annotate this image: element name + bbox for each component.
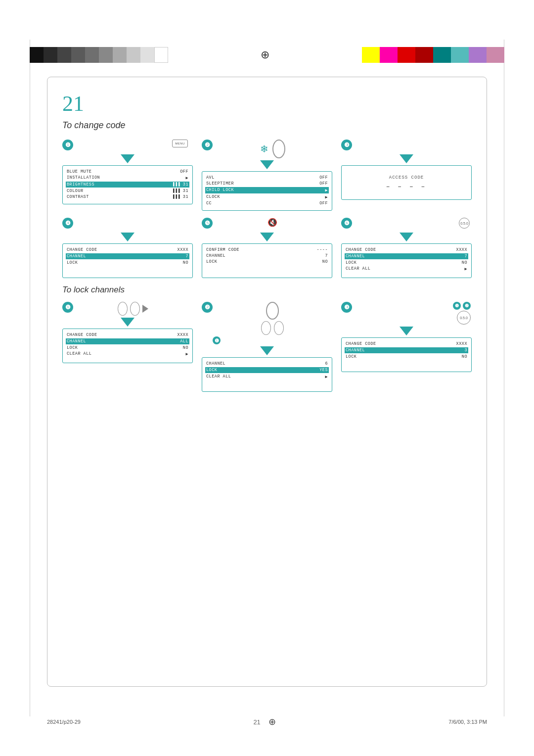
tv-box-3: ACCESS CODE – – – – [341, 165, 472, 200]
remote-oval-lock-1b [130, 302, 140, 316]
remote-oval-2 [272, 140, 285, 158]
step-2: ❷ ❄ AVLOFF SLEEPTIMEROFF CHILD LOCK▶ CLO… [202, 140, 332, 211]
arrow-down-5 [260, 233, 274, 241]
tv-box-1: BLUE MUTEOFF INSTALLATION▶ BRIGHTNESS▐▐▐… [62, 165, 193, 204]
lock-step-2: ❷ ❶ CHANNEL6 LOCKYES CLEAR ALL▶ [202, 302, 332, 392]
step-1: ❶ MENU BLUE MUTEOFF INSTALLATION▶ BRIGHT… [62, 140, 193, 211]
lock-sub-step-1b: ❶ [453, 302, 461, 310]
snowflake-icon: ❄ [260, 143, 268, 155]
menu-button-icon: MENU [172, 140, 188, 147]
crosshair-top-center: ⊕ [261, 48, 269, 61]
arrow-down-6 [400, 233, 413, 241]
remote-oval-lock-2b [261, 321, 271, 335]
arrow-down-3 [400, 154, 413, 163]
num-btn-050: 0.5.0 [459, 218, 470, 229]
tv-box-lock-2: CHANNEL6 LOCKYES CLEAR ALL▶ [202, 357, 332, 392]
access-dashes: – – – – [386, 183, 427, 190]
tv-box-2: AVLOFF SLEEPTIMEROFF CHILD LOCK▶ CLOCK▶ … [202, 171, 332, 211]
remote-oval-lock-2c [274, 321, 284, 335]
color-bars-top: ⊕ [0, 47, 534, 63]
margin-line-left [30, 40, 30, 716]
step-num-4: ❹ [62, 218, 73, 229]
arrow-down-2 [260, 160, 274, 169]
steps-row-2: ❹ CHANGE CODEXXXX CHANNEL7 LOCKNO ❺ 🔇 CO… [62, 218, 472, 278]
footer-left: 28241/p20-29 [47, 719, 81, 725]
grayscale-bars [30, 47, 168, 63]
tv-box-lock-1: CHANGE CODEXXXX CHANNELALL LOCKNO CLEAR … [62, 329, 193, 363]
step-5: ❺ 🔇 CONFIRM CODE---- CHANNEL7 LOCKNO [202, 218, 332, 278]
lock-step-num-3: ❸ [341, 302, 352, 313]
tv-box-4: CHANGE CODEXXXX CHANNEL7 LOCKNO [62, 243, 193, 278]
tv-box-6: CHANGE CODEXXXX CHANNEL7 LOCKNO CLEAR AL… [341, 243, 472, 278]
num-btn-050b: 0.5.0 [457, 311, 471, 325]
page-number: 21 [62, 91, 472, 116]
arrow-down-lock-2 [260, 346, 274, 355]
arrow-down-lock-1 [121, 318, 134, 327]
step-num-5: ❺ [202, 218, 213, 229]
tv-box-5: CONFIRM CODE---- CHANNEL7 LOCKNO [202, 243, 332, 278]
lock-step-3: ❸ ❶ ❷ 0.5.0 CHANGE CODEXXXX CHANNEL3 LOC… [341, 302, 472, 392]
triangle-icon [142, 305, 148, 313]
arrow-down-4 [121, 233, 134, 241]
tv-box-lock-3: CHANGE CODEXXXX CHANNEL3 LOCKNO [341, 337, 472, 372]
footer-right: 7/6/00, 3:13 PM [448, 719, 487, 725]
lock-sub-step-1: ❶ [213, 336, 221, 344]
arrow-down-1 [121, 154, 134, 163]
footer-page-num: 21 [253, 718, 260, 726]
speaker-mute-icon: 🔇 [267, 218, 277, 227]
color-bars-right [362, 47, 504, 63]
section2-title: To lock channels [62, 285, 472, 295]
step-num-3: ❸ [341, 140, 352, 150]
steps-row-1: ❶ MENU BLUE MUTEOFF INSTALLATION▶ BRIGHT… [62, 140, 472, 211]
step-num-6: ❻ [341, 218, 352, 229]
margin-line-right [504, 40, 504, 716]
steps-lock-row: ❶ CHANGE CODEXXXX CHANNELALL LOCKNO CLEA… [62, 302, 472, 392]
step-4: ❹ CHANGE CODEXXXX CHANNEL7 LOCKNO [62, 218, 193, 278]
lock-step-1: ❶ CHANGE CODEXXXX CHANNELALL LOCKNO CLEA… [62, 302, 193, 392]
access-code-label: ACCESS CODE [389, 175, 424, 180]
lock-sub-step-2b: ❷ [463, 302, 471, 310]
step-num-2: ❷ [202, 140, 213, 150]
footer: 28241/p20-29 21 ⊕ 7/6/00, 3:13 PM [47, 716, 487, 727]
step-6: ❻ 0.5.0 CHANGE CODEXXXX CHANNEL7 LOCKNO … [341, 218, 472, 278]
lock-step-num-2: ❷ [202, 302, 213, 313]
lock-step-num-1: ❶ [62, 302, 73, 313]
remote-oval-lock-1a [118, 302, 128, 316]
step-3: ❸ ACCESS CODE – – – – [341, 140, 472, 211]
step-num-1: ❶ [62, 140, 73, 150]
footer-crosshair: ⊕ [268, 716, 276, 727]
section1-title: To change code [62, 120, 472, 131]
arrow-down-lock-3 [400, 327, 413, 335]
remote-oval-lock-2a [266, 302, 279, 320]
main-content: 21 To change code ❶ MENU BLUE MUTEOFF IN… [47, 77, 487, 687]
